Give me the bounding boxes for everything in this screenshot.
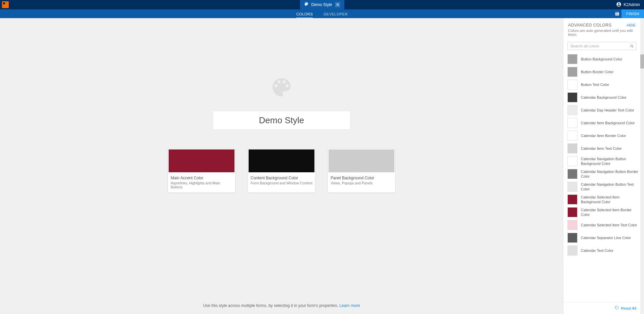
card-subtitle: Views, Popups and Panels (331, 181, 392, 185)
card-subtitle: Hyperlinks, Highlights and Main Buttons (171, 181, 232, 189)
card-title: Content Background Color (251, 176, 312, 180)
app-logo[interactable] (2, 1, 9, 8)
advanced-color-label: Calendar Navigation Button Background Co… (581, 156, 640, 166)
color-swatch-small (567, 143, 577, 153)
advanced-color-label: Button Border Color (581, 70, 615, 74)
advanced-color-item[interactable]: Calendar Day Header Text Color (567, 104, 640, 117)
color-swatch-small (567, 54, 577, 64)
color-card[interactable]: Panel Background ColorViews, Popups and … (328, 148, 395, 193)
color-swatch (248, 149, 315, 173)
color-swatch-small (567, 169, 577, 179)
advanced-color-label: Calendar Day Header Text Color (581, 108, 636, 113)
color-swatch-small (567, 80, 577, 90)
advanced-color-label: Calendar Item Background Color (581, 121, 637, 125)
color-swatch (328, 149, 395, 173)
advanced-color-item[interactable]: Calendar Selected Item Background Color (567, 193, 640, 206)
reset-all-button[interactable]: Reset All (563, 302, 640, 314)
color-card[interactable]: Content Background ColorForm Background … (248, 148, 315, 193)
scrollbar[interactable] (640, 18, 644, 314)
reset-icon (614, 305, 619, 311)
advanced-color-item[interactable]: Button Background Color (567, 53, 640, 65)
color-swatch (168, 149, 235, 173)
user-name: K2Admin (624, 2, 640, 7)
color-swatch-small (567, 92, 577, 102)
tab-developer[interactable]: DEVELOPER (324, 12, 348, 18)
color-swatch-small (567, 182, 577, 192)
advanced-color-label: Calendar Navigation Button Text Color (581, 182, 640, 192)
hide-button[interactable]: HIDE (627, 23, 636, 27)
sidebar-subtitle: Colors are auto generated until you edit… (568, 29, 636, 37)
advanced-color-item[interactable]: Button Border Color (567, 65, 640, 78)
color-swatch-small (567, 207, 577, 217)
advanced-color-label: Button Background Color (581, 57, 624, 61)
card-subtitle: Form Background and Window Content (251, 181, 312, 185)
tab-label: Demo Style (311, 2, 332, 7)
save-icon (615, 11, 619, 16)
color-swatch-small (567, 131, 577, 141)
sidebar-title: ADVANCED COLORS (568, 23, 611, 28)
color-swatch-small (567, 118, 577, 128)
user-menu[interactable]: K2Admin (616, 2, 640, 8)
advanced-color-item[interactable]: Calendar Item Border Color (567, 129, 640, 142)
color-swatch-small (567, 156, 577, 166)
tab-colors[interactable]: COLORS (296, 12, 313, 18)
style-name-input[interactable]: Demo Style (213, 111, 350, 130)
palette-icon (304, 2, 308, 8)
advanced-color-item[interactable]: Calendar Separator Line Color (567, 231, 640, 244)
close-icon[interactable]: ✕ (335, 2, 340, 7)
palette-placeholder-icon (269, 75, 294, 101)
finish-button[interactable]: FINISH (621, 9, 644, 18)
advanced-color-label: Calendar Item Text Color (581, 146, 624, 151)
advanced-color-item[interactable]: Calendar Item Text Color (567, 142, 640, 155)
learn-more-link[interactable]: Learn more (339, 303, 360, 308)
scrollbar-thumb[interactable] (640, 54, 644, 69)
advanced-color-item[interactable]: Calendar Selected Item Text Color (567, 219, 640, 231)
advanced-color-item[interactable]: Calendar Navigation Button Border Color (567, 168, 640, 180)
advanced-color-item[interactable]: Button Text Color (567, 78, 640, 91)
color-swatch-small (567, 194, 577, 205)
search-icon (630, 44, 634, 50)
color-swatch-small (567, 67, 577, 77)
advanced-color-label: Calendar Navigation Button Border Color (581, 169, 640, 179)
advanced-color-item[interactable]: Calendar Navigation Button Background Co… (567, 155, 640, 168)
advanced-color-label: Calendar Background Color (581, 95, 629, 100)
color-swatch-small (567, 220, 577, 230)
footer-hint: Use this style across multiple forms, by… (203, 303, 360, 308)
card-title: Panel Background Color (331, 176, 392, 180)
advanced-color-item[interactable]: Calendar Text Color (567, 244, 640, 257)
advanced-color-label: Calendar Text Color (581, 248, 615, 253)
document-tab[interactable]: Demo Style ✕ (300, 0, 344, 9)
user-icon (616, 2, 621, 8)
advanced-color-label: Calendar Selected Item Background Color (581, 195, 640, 205)
advanced-color-label: Calendar Selected Item Text Color (581, 223, 639, 227)
advanced-color-label: Calendar Separator Line Color (581, 235, 633, 240)
save-button[interactable] (613, 9, 621, 18)
advanced-color-item[interactable]: Calendar Item Background Color (567, 117, 640, 129)
color-swatch-small (567, 105, 577, 115)
advanced-color-item[interactable]: Calendar Selected Item Border Color (567, 206, 640, 219)
search-input[interactable] (567, 42, 636, 50)
color-swatch-small (567, 233, 577, 243)
advanced-color-item[interactable]: Calendar Navigation Button Text Color (567, 180, 640, 193)
advanced-color-item[interactable]: Calendar Background Color (567, 91, 640, 104)
card-title: Main Accent Color (171, 176, 232, 180)
color-swatch-small (567, 245, 577, 256)
color-card[interactable]: Main Accent ColorHyperlinks, Highlights … (168, 148, 235, 193)
advanced-color-label: Calendar Item Border Color (581, 133, 628, 138)
advanced-color-label: Calendar Selected Item Border Color (581, 208, 640, 217)
advanced-color-label: Button Text Color (581, 82, 611, 87)
